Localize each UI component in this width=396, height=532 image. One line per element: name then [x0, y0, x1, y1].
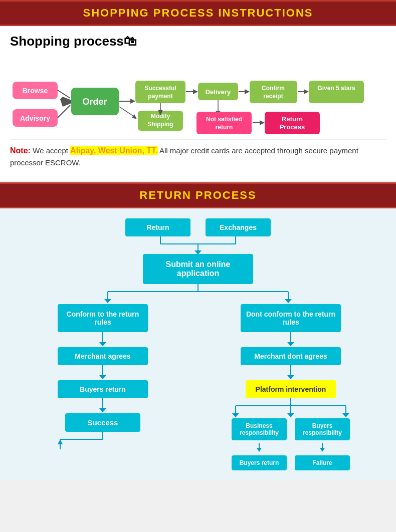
- svg-marker-80: [320, 448, 325, 452]
- svg-text:Confirm: Confirm: [262, 85, 285, 92]
- svg-marker-48: [194, 250, 202, 254]
- svg-marker-66: [287, 342, 294, 346]
- svg-text:Delivery: Delivery: [206, 88, 231, 96]
- svg-marker-10: [130, 99, 135, 104]
- arrow-down-5: [283, 365, 298, 380]
- svg-marker-76: [342, 413, 349, 417]
- svg-rect-30: [309, 81, 364, 103]
- svg-rect-25: [250, 81, 297, 103]
- svg-marker-54: [285, 299, 292, 303]
- connector-svg-2: [48, 284, 348, 304]
- merchant-dont-box: Merchant dont agrees: [241, 347, 341, 365]
- buyers-return-right-box: Buyers return: [232, 455, 287, 470]
- svg-text:Shipping: Shipping: [147, 121, 173, 128]
- svg-text:payment: payment: [148, 93, 172, 100]
- right-column: Dont conform to the return rules Merchan…: [201, 304, 381, 470]
- svg-text:return: return: [216, 124, 233, 131]
- return-header-banner: RETURN PROCESS: [0, 182, 396, 208]
- arrow-down-2: [95, 365, 110, 380]
- note-section: Note: We accept Alipay, West Union, TT. …: [10, 139, 386, 171]
- submit-box: Submit an online application: [143, 254, 253, 284]
- highlight-text: Alipay, West Union, TT.: [70, 146, 158, 155]
- connector-svg-1: [113, 236, 283, 254]
- note-label: Note:: [10, 146, 31, 155]
- svg-marker-20: [193, 89, 198, 94]
- buyers-return-left-box: Buyers return: [58, 380, 148, 398]
- conform-box: Conform to the return rules: [58, 304, 148, 332]
- exchanges-button[interactable]: Exchanges: [206, 218, 271, 236]
- arrow-down-br: [254, 443, 264, 453]
- arrow-down-bsp: [317, 443, 327, 453]
- arrow-down-4: [283, 332, 298, 347]
- svg-marker-18: [132, 114, 137, 119]
- svg-line-5: [58, 90, 70, 98]
- success-arrow-up: [58, 432, 148, 452]
- shopping-flow-diagram: Browse Advisory Order Successful payment…: [10, 57, 396, 139]
- note-text: We accept: [33, 146, 70, 155]
- two-col-section: Conform to the return rules Merchant agr…: [15, 304, 381, 470]
- svg-marker-56: [99, 342, 106, 346]
- success-box: Success: [65, 413, 140, 432]
- svg-text:Process: Process: [280, 123, 305, 131]
- svg-marker-72: [232, 413, 239, 417]
- return-button[interactable]: Return: [125, 218, 190, 236]
- svg-marker-58: [99, 375, 106, 379]
- shopping-title: Shopping process🛍: [10, 34, 386, 49]
- svg-text:Successful: Successful: [144, 85, 176, 92]
- svg-text:Advisory: Advisory: [20, 114, 50, 122]
- svg-marker-78: [257, 448, 262, 452]
- three-boxes-row: Business responsibility Buyers return Bu…: [201, 418, 381, 470]
- svg-rect-11: [135, 81, 185, 103]
- main-header-banner: SHOPPING PROCESS INSTRUCTIONS: [0, 0, 396, 26]
- left-column: Conform to the return rules Merchant agr…: [15, 304, 190, 452]
- business-resp-box: Business responsibility: [232, 418, 287, 440]
- submit-row: Submit an online application: [15, 254, 381, 284]
- failure-box: Failure: [295, 455, 350, 470]
- svg-marker-64: [58, 439, 63, 444]
- main-header-title: SHOPPING PROCESS INSTRUCTIONS: [83, 7, 313, 19]
- svg-marker-74: [287, 413, 294, 417]
- shopping-section: Shopping process🛍 Browse Advisory Order …: [0, 26, 396, 181]
- svg-rect-34: [196, 112, 252, 134]
- arrow-down-3: [95, 398, 110, 413]
- arrow-down-1: [95, 332, 110, 347]
- svg-line-17: [119, 107, 134, 117]
- svg-marker-68: [287, 375, 294, 379]
- merchant-agrees-box: Merchant agrees: [58, 347, 148, 365]
- svg-text:Order: Order: [82, 97, 107, 107]
- svg-text:receipt: receipt: [263, 93, 283, 100]
- svg-marker-52: [104, 299, 111, 303]
- connector-2: [15, 284, 381, 304]
- dont-conform-box: Dont conform to the return rules: [241, 304, 341, 332]
- svg-text:Browse: Browse: [23, 87, 48, 95]
- return-section: Return Exchanges Submit an online applic…: [0, 208, 396, 480]
- svg-text:Return: Return: [282, 115, 303, 123]
- svg-text:Given 5 stars: Given 5 stars: [317, 85, 355, 92]
- return-exchanges-row: Return Exchanges: [15, 218, 381, 236]
- svg-marker-24: [245, 89, 250, 94]
- connector-1: [15, 236, 381, 254]
- return-header-title: RETURN PROCESS: [139, 189, 256, 201]
- svg-marker-29: [304, 89, 309, 94]
- svg-marker-38: [260, 120, 265, 125]
- shopping-flow-svg: Browse Advisory Order Successful payment…: [10, 57, 396, 139]
- svg-marker-60: [99, 408, 106, 412]
- svg-text:Not satisfied: Not satisfied: [206, 116, 242, 123]
- platform-connector: [201, 398, 381, 418]
- buyers-resp-box: Buyers responsibility: [295, 418, 350, 440]
- svg-line-6: [58, 105, 70, 118]
- platform-box: Platform intervention: [246, 380, 336, 398]
